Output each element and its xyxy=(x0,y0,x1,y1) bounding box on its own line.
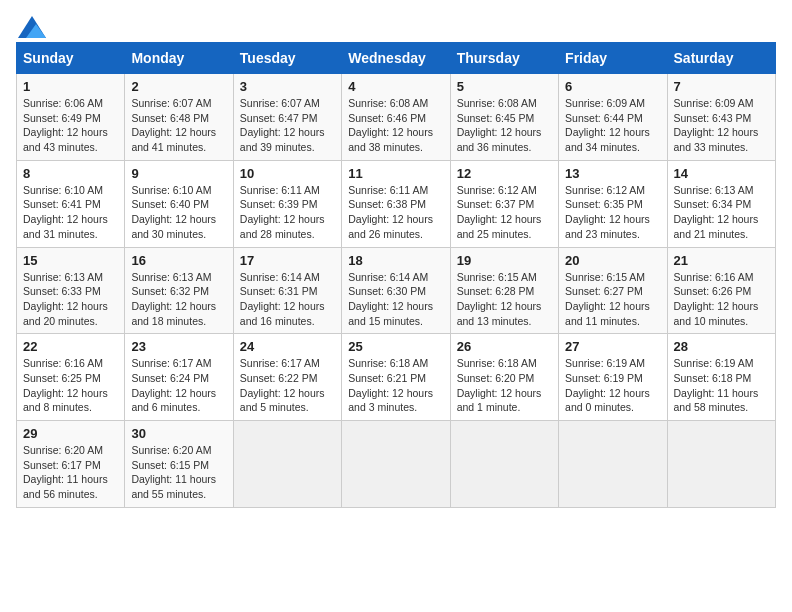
weekday-header: Sunday xyxy=(17,43,125,74)
calendar-cell: 29 Sunrise: 6:20 AM Sunset: 6:17 PM Dayl… xyxy=(17,421,125,508)
calendar-week-row: 29 Sunrise: 6:20 AM Sunset: 6:17 PM Dayl… xyxy=(17,421,776,508)
calendar-cell: 22 Sunrise: 6:16 AM Sunset: 6:25 PM Dayl… xyxy=(17,334,125,421)
day-number: 10 xyxy=(240,166,335,181)
day-number: 2 xyxy=(131,79,226,94)
weekday-header: Monday xyxy=(125,43,233,74)
day-number: 22 xyxy=(23,339,118,354)
day-info: Sunrise: 6:12 AM Sunset: 6:35 PM Dayligh… xyxy=(565,183,660,242)
day-info: Sunrise: 6:08 AM Sunset: 6:45 PM Dayligh… xyxy=(457,96,552,155)
weekday-header: Friday xyxy=(559,43,667,74)
day-info: Sunrise: 6:20 AM Sunset: 6:17 PM Dayligh… xyxy=(23,443,118,502)
day-number: 9 xyxy=(131,166,226,181)
day-number: 6 xyxy=(565,79,660,94)
logo-icon xyxy=(18,16,46,38)
weekday-header-row: SundayMondayTuesdayWednesdayThursdayFrid… xyxy=(17,43,776,74)
day-info: Sunrise: 6:09 AM Sunset: 6:44 PM Dayligh… xyxy=(565,96,660,155)
calendar-week-row: 1 Sunrise: 6:06 AM Sunset: 6:49 PM Dayli… xyxy=(17,74,776,161)
calendar-cell: 21 Sunrise: 6:16 AM Sunset: 6:26 PM Dayl… xyxy=(667,247,775,334)
day-number: 11 xyxy=(348,166,443,181)
day-info: Sunrise: 6:17 AM Sunset: 6:24 PM Dayligh… xyxy=(131,356,226,415)
calendar-cell: 28 Sunrise: 6:19 AM Sunset: 6:18 PM Dayl… xyxy=(667,334,775,421)
day-info: Sunrise: 6:19 AM Sunset: 6:19 PM Dayligh… xyxy=(565,356,660,415)
calendar-cell: 19 Sunrise: 6:15 AM Sunset: 6:28 PM Dayl… xyxy=(450,247,558,334)
weekday-header: Saturday xyxy=(667,43,775,74)
day-info: Sunrise: 6:13 AM Sunset: 6:34 PM Dayligh… xyxy=(674,183,769,242)
day-number: 7 xyxy=(674,79,769,94)
calendar-cell: 18 Sunrise: 6:14 AM Sunset: 6:30 PM Dayl… xyxy=(342,247,450,334)
day-info: Sunrise: 6:18 AM Sunset: 6:21 PM Dayligh… xyxy=(348,356,443,415)
calendar-cell: 13 Sunrise: 6:12 AM Sunset: 6:35 PM Dayl… xyxy=(559,160,667,247)
day-info: Sunrise: 6:14 AM Sunset: 6:30 PM Dayligh… xyxy=(348,270,443,329)
day-info: Sunrise: 6:10 AM Sunset: 6:40 PM Dayligh… xyxy=(131,183,226,242)
day-number: 1 xyxy=(23,79,118,94)
calendar-cell xyxy=(342,421,450,508)
day-number: 8 xyxy=(23,166,118,181)
day-number: 26 xyxy=(457,339,552,354)
day-info: Sunrise: 6:07 AM Sunset: 6:47 PM Dayligh… xyxy=(240,96,335,155)
day-number: 29 xyxy=(23,426,118,441)
calendar-week-row: 15 Sunrise: 6:13 AM Sunset: 6:33 PM Dayl… xyxy=(17,247,776,334)
calendar-cell: 14 Sunrise: 6:13 AM Sunset: 6:34 PM Dayl… xyxy=(667,160,775,247)
calendar-cell: 5 Sunrise: 6:08 AM Sunset: 6:45 PM Dayli… xyxy=(450,74,558,161)
calendar-cell: 15 Sunrise: 6:13 AM Sunset: 6:33 PM Dayl… xyxy=(17,247,125,334)
day-info: Sunrise: 6:17 AM Sunset: 6:22 PM Dayligh… xyxy=(240,356,335,415)
day-info: Sunrise: 6:06 AM Sunset: 6:49 PM Dayligh… xyxy=(23,96,118,155)
calendar-cell: 3 Sunrise: 6:07 AM Sunset: 6:47 PM Dayli… xyxy=(233,74,341,161)
day-info: Sunrise: 6:09 AM Sunset: 6:43 PM Dayligh… xyxy=(674,96,769,155)
calendar-cell: 4 Sunrise: 6:08 AM Sunset: 6:46 PM Dayli… xyxy=(342,74,450,161)
calendar-cell: 16 Sunrise: 6:13 AM Sunset: 6:32 PM Dayl… xyxy=(125,247,233,334)
day-number: 15 xyxy=(23,253,118,268)
day-number: 5 xyxy=(457,79,552,94)
calendar-cell: 23 Sunrise: 6:17 AM Sunset: 6:24 PM Dayl… xyxy=(125,334,233,421)
weekday-header: Tuesday xyxy=(233,43,341,74)
calendar-week-row: 8 Sunrise: 6:10 AM Sunset: 6:41 PM Dayli… xyxy=(17,160,776,247)
day-number: 16 xyxy=(131,253,226,268)
calendar-cell: 27 Sunrise: 6:19 AM Sunset: 6:19 PM Dayl… xyxy=(559,334,667,421)
calendar-cell: 17 Sunrise: 6:14 AM Sunset: 6:31 PM Dayl… xyxy=(233,247,341,334)
day-info: Sunrise: 6:16 AM Sunset: 6:25 PM Dayligh… xyxy=(23,356,118,415)
calendar-week-row: 22 Sunrise: 6:16 AM Sunset: 6:25 PM Dayl… xyxy=(17,334,776,421)
day-info: Sunrise: 6:18 AM Sunset: 6:20 PM Dayligh… xyxy=(457,356,552,415)
day-number: 25 xyxy=(348,339,443,354)
calendar-cell xyxy=(559,421,667,508)
calendar-cell: 11 Sunrise: 6:11 AM Sunset: 6:38 PM Dayl… xyxy=(342,160,450,247)
calendar-cell: 25 Sunrise: 6:18 AM Sunset: 6:21 PM Dayl… xyxy=(342,334,450,421)
day-info: Sunrise: 6:20 AM Sunset: 6:15 PM Dayligh… xyxy=(131,443,226,502)
day-info: Sunrise: 6:11 AM Sunset: 6:38 PM Dayligh… xyxy=(348,183,443,242)
calendar-cell: 7 Sunrise: 6:09 AM Sunset: 6:43 PM Dayli… xyxy=(667,74,775,161)
day-number: 4 xyxy=(348,79,443,94)
page-header xyxy=(16,16,776,32)
calendar-cell: 6 Sunrise: 6:09 AM Sunset: 6:44 PM Dayli… xyxy=(559,74,667,161)
day-number: 30 xyxy=(131,426,226,441)
day-number: 13 xyxy=(565,166,660,181)
calendar-cell: 30 Sunrise: 6:20 AM Sunset: 6:15 PM Dayl… xyxy=(125,421,233,508)
day-info: Sunrise: 6:11 AM Sunset: 6:39 PM Dayligh… xyxy=(240,183,335,242)
weekday-header: Wednesday xyxy=(342,43,450,74)
calendar-cell: 1 Sunrise: 6:06 AM Sunset: 6:49 PM Dayli… xyxy=(17,74,125,161)
calendar-cell: 26 Sunrise: 6:18 AM Sunset: 6:20 PM Dayl… xyxy=(450,334,558,421)
calendar-cell: 10 Sunrise: 6:11 AM Sunset: 6:39 PM Dayl… xyxy=(233,160,341,247)
day-info: Sunrise: 6:10 AM Sunset: 6:41 PM Dayligh… xyxy=(23,183,118,242)
calendar-cell xyxy=(667,421,775,508)
day-number: 12 xyxy=(457,166,552,181)
day-number: 23 xyxy=(131,339,226,354)
logo xyxy=(16,16,46,32)
calendar-cell: 20 Sunrise: 6:15 AM Sunset: 6:27 PM Dayl… xyxy=(559,247,667,334)
day-info: Sunrise: 6:15 AM Sunset: 6:28 PM Dayligh… xyxy=(457,270,552,329)
day-number: 24 xyxy=(240,339,335,354)
calendar-cell: 12 Sunrise: 6:12 AM Sunset: 6:37 PM Dayl… xyxy=(450,160,558,247)
day-info: Sunrise: 6:13 AM Sunset: 6:32 PM Dayligh… xyxy=(131,270,226,329)
day-info: Sunrise: 6:07 AM Sunset: 6:48 PM Dayligh… xyxy=(131,96,226,155)
calendar-cell xyxy=(450,421,558,508)
day-number: 19 xyxy=(457,253,552,268)
day-info: Sunrise: 6:19 AM Sunset: 6:18 PM Dayligh… xyxy=(674,356,769,415)
day-info: Sunrise: 6:15 AM Sunset: 6:27 PM Dayligh… xyxy=(565,270,660,329)
day-number: 28 xyxy=(674,339,769,354)
day-number: 18 xyxy=(348,253,443,268)
weekday-header: Thursday xyxy=(450,43,558,74)
calendar-cell: 8 Sunrise: 6:10 AM Sunset: 6:41 PM Dayli… xyxy=(17,160,125,247)
calendar-cell: 24 Sunrise: 6:17 AM Sunset: 6:22 PM Dayl… xyxy=(233,334,341,421)
day-info: Sunrise: 6:16 AM Sunset: 6:26 PM Dayligh… xyxy=(674,270,769,329)
day-number: 17 xyxy=(240,253,335,268)
calendar-cell: 2 Sunrise: 6:07 AM Sunset: 6:48 PM Dayli… xyxy=(125,74,233,161)
